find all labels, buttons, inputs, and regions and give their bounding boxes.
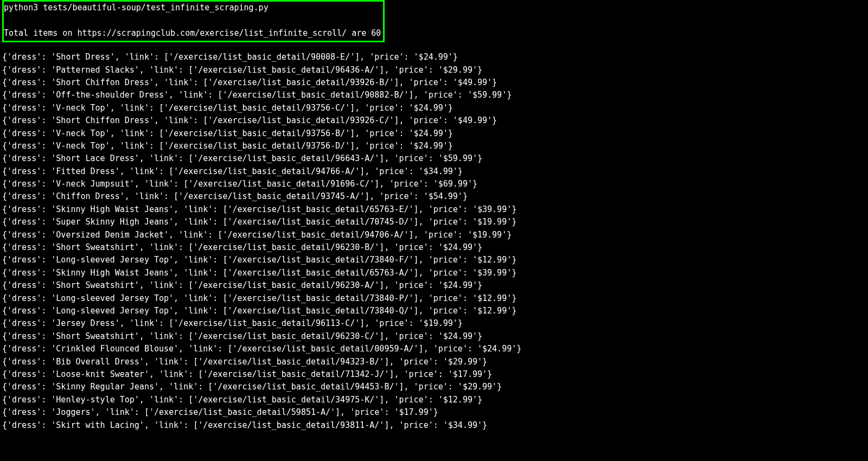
output-line: {'dress': 'Short Chiffon Dress', 'link':… — [2, 76, 866, 89]
command-line: python3 tests/beautiful-soup/test_infini… — [4, 2, 381, 14]
output-line: {'dress': 'Crinkled Flounced Blouse', 'l… — [2, 343, 866, 355]
output-line: {'dress': 'Off-the-shoulder Dress', 'lin… — [2, 89, 866, 101]
output-line: {'dress': 'Long-sleeved Jersey Top', 'li… — [2, 292, 866, 305]
output-line: {'dress': 'Bib Overall Dress', 'link': [… — [2, 356, 866, 368]
output-line: {'dress': 'V-neck Jumpsuit', 'link': ['/… — [2, 178, 866, 190]
highlighted-region: python3 tests/beautiful-soup/test_infini… — [2, 0, 385, 42]
output-list: {'dress': 'Short Dress', 'link': ['/exer… — [2, 51, 866, 432]
output-line: {'dress': 'Short Chiffon Dress', 'link':… — [2, 114, 866, 127]
output-line: {'dress': 'Skinny Regular Jeans', 'link'… — [2, 381, 866, 393]
summary-line: Total items on https://scrapingclub.com/… — [4, 27, 381, 40]
output-line: {'dress': 'Short Sweatshirt', 'link': ['… — [2, 279, 866, 292]
output-line: {'dress': 'Chiffon Dress', 'link': ['/ex… — [2, 190, 866, 203]
output-line: {'dress': 'V-neck Top', 'link': ['/exerc… — [2, 140, 866, 152]
output-line: {'dress': 'Super Skinny High Jeans', 'li… — [2, 216, 866, 228]
output-line: {'dress': 'Short Sweatshirt', 'link': ['… — [2, 241, 866, 254]
output-line: {'dress': 'Loose-knit Sweater', 'link': … — [2, 368, 866, 381]
output-line: {'dress': 'Skinny High Waist Jeans', 'li… — [2, 267, 866, 279]
output-line: {'dress': 'Oversized Denim Jacket', 'lin… — [2, 229, 866, 241]
output-line: {'dress': 'Long-sleeved Jersey Top', 'li… — [2, 305, 866, 317]
output-line: {'dress': 'Fitted Dress', 'link': ['/exe… — [2, 165, 866, 178]
output-line: {'dress': 'Patterned Slacks', 'link': ['… — [2, 64, 866, 76]
output-line: {'dress': 'Henley-style Top', 'link': ['… — [2, 394, 866, 406]
output-line: {'dress': 'Skinny High Waist Jeans', 'li… — [2, 203, 866, 216]
output-line: {'dress': 'V-neck Top', 'link': ['/exerc… — [2, 102, 866, 114]
terminal-output[interactable]: python3 tests/beautiful-soup/test_infini… — [0, 0, 868, 432]
output-line: {'dress': 'Joggers', 'link': ['/exercise… — [2, 406, 866, 419]
output-line: {'dress': 'Short Lace Dress', 'link': ['… — [2, 152, 866, 165]
output-line: {'dress': 'Long-sleeved Jersey Top', 'li… — [2, 254, 866, 266]
output-line: {'dress': 'Jersey Dress', 'link': ['/exe… — [2, 317, 866, 330]
output-line: {'dress': 'Short Dress', 'link': ['/exer… — [2, 51, 866, 63]
output-line: {'dress': 'Short Sweatshirt', 'link': ['… — [2, 330, 866, 343]
output-line: {'dress': 'Skirt with Lacing', 'link': [… — [2, 419, 866, 432]
blank-line — [4, 14, 381, 27]
output-line: {'dress': 'V-neck Top', 'link': ['/exerc… — [2, 127, 866, 140]
